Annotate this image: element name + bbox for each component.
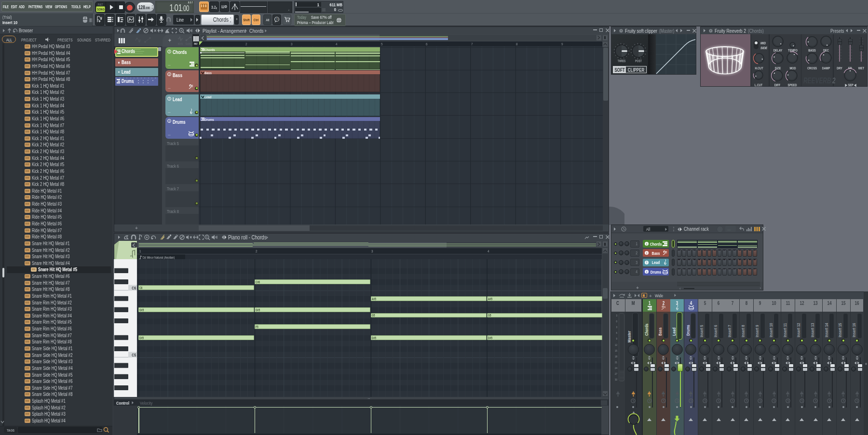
- svg-text:?: ?: [276, 18, 278, 21]
